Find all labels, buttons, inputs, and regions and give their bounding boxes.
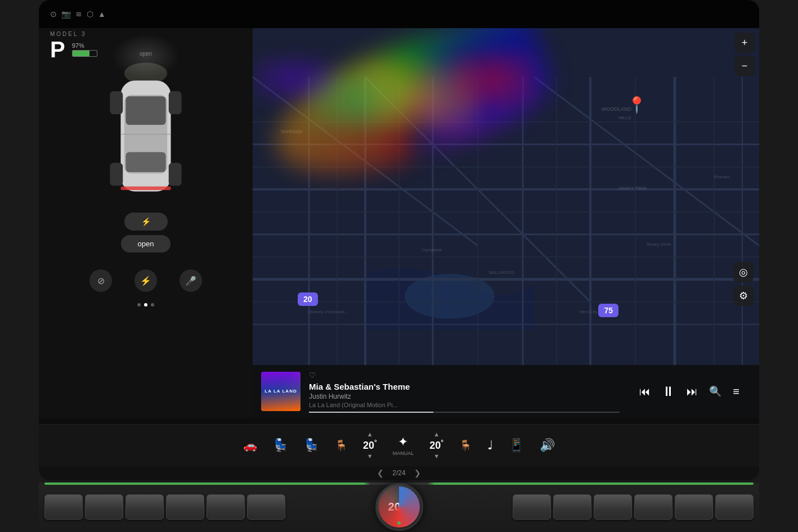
hvac-volume[interactable]: 🔊: [532, 438, 563, 453]
left-button-group: [44, 494, 285, 520]
map-bottom-controls: ◎ ⚙: [733, 262, 754, 306]
fan-label: MANUAL: [393, 450, 414, 456]
hvac-seat-right[interactable]: 🪑: [451, 439, 479, 452]
camera-icon: 📷: [61, 10, 71, 19]
pause-button[interactable]: ⏸: [662, 384, 675, 399]
volume-icon: 🔊: [540, 438, 555, 453]
album-art-text: LA LA LAND: [263, 387, 298, 395]
hvac-music[interactable]: ♩: [479, 438, 501, 453]
phys-btn-7[interactable]: [513, 494, 551, 520]
mic-icon: 🎤: [185, 276, 196, 286]
mic-button[interactable]: 🎤: [180, 269, 202, 292]
page-prev-button[interactable]: ❮: [377, 468, 384, 477]
music-controls: ⏮ ⏸ ⏭ 🔍 ≡: [628, 384, 751, 399]
hvac-fan[interactable]: ✦ MANUAL: [385, 435, 422, 456]
left-panel: open: [39, 28, 253, 418]
gear-indicator: P: [50, 38, 65, 61]
next-icon: ⏭: [687, 385, 698, 398]
phys-btn-10[interactable]: [634, 494, 673, 520]
speed-badge-75: 75: [598, 304, 618, 317]
song-title: Mia & Sebastian's Theme: [309, 382, 620, 391]
hvac-seat-heat-right[interactable]: 💺: [296, 438, 327, 453]
seat-right-icon: 🪑: [459, 439, 472, 452]
phys-btn-4[interactable]: [166, 494, 204, 520]
artist-name: Justin Hurwitz: [309, 393, 620, 400]
phys-btn-6[interactable]: [247, 494, 285, 520]
svg-rect-9: [169, 163, 182, 186]
svg-rect-10: [120, 187, 171, 190]
svg-text:Binary Drive: Binary Drive: [647, 242, 671, 247]
zoom-out-button[interactable]: −: [734, 56, 755, 76]
page-text: 2/24: [392, 469, 405, 477]
page-indicator: ❮ 2/24 ❯: [39, 466, 759, 480]
heart-icon[interactable]: ♡: [309, 371, 620, 380]
heat-purple: [253, 56, 337, 101]
hvac-temp-right: ▲ 20° ▼: [422, 431, 451, 459]
car-display: open: [89, 51, 202, 208]
album-art: LA LA LAND: [261, 372, 301, 411]
dot-2[interactable]: [144, 303, 147, 306]
phys-btn-3[interactable]: [125, 494, 164, 520]
main-content-area: open: [39, 28, 759, 418]
dot-1[interactable]: [137, 303, 141, 306]
no-signal-icon: ⊘: [97, 276, 105, 286]
hvac-seat-heat-left[interactable]: 💺: [265, 438, 296, 453]
no-signal-button[interactable]: ⊘: [89, 269, 112, 292]
battery-fill: [73, 51, 89, 56]
album-name: La La Land (Original Motion Pi...: [309, 402, 620, 408]
svg-rect-6: [110, 91, 123, 114]
svg-text:Downey Crossroads...: Downey Crossroads...: [309, 310, 348, 314]
zoom-in-button[interactable]: +: [734, 33, 755, 53]
search-music-icon: 🔍: [709, 385, 721, 398]
search-music-button[interactable]: 🔍: [709, 385, 721, 398]
phys-btn-12[interactable]: [715, 494, 754, 520]
dots-indicator: [137, 303, 154, 306]
next-button[interactable]: ⏭: [687, 385, 698, 398]
queue-button[interactable]: ≡: [733, 385, 739, 398]
center-knob[interactable]: 20.0: [375, 483, 423, 531]
music-note-icon: ♩: [487, 438, 493, 453]
gear-model-area: MODEL 3 P 97%: [50, 31, 97, 61]
dot-3[interactable]: [151, 303, 154, 306]
bluetooth-icon: ⬡: [87, 10, 93, 19]
flash-button[interactable]: ⚡: [135, 269, 157, 292]
map-settings-button[interactable]: ⚙: [733, 286, 754, 306]
left-icons-row: ⊘ ⚡ 🎤: [89, 269, 202, 292]
progress-fill: [309, 412, 433, 413]
hvac-bar: 🚗 💺 💺 🪑 ▲ 20° ▼: [39, 424, 759, 466]
status-icons: ⊙ 📷 ≋ ⬡ ▲: [50, 10, 106, 19]
progress-bar: [309, 412, 620, 413]
svg-text:Campfield: Campfield: [422, 247, 442, 253]
flash-icon: ⚡: [140, 276, 151, 286]
phone-icon: 📱: [509, 438, 524, 453]
phys-btn-8[interactable]: [553, 494, 591, 520]
car-glow: [112, 34, 180, 79]
map-area[interactable]: Northside WOODLAND HILLS SANDY PARK Bina…: [253, 28, 759, 418]
fan-icon: ✦: [398, 435, 408, 449]
svg-text:Vero City: Vero City: [579, 309, 597, 314]
open-button[interactable]: open: [121, 235, 171, 253]
page-next-button[interactable]: ❯: [414, 468, 421, 477]
phys-btn-5[interactable]: [207, 494, 245, 520]
phys-btn-11[interactable]: [675, 494, 713, 520]
phys-btn-1[interactable]: [44, 494, 83, 520]
hvac-temp-left: ▲ 20° ▼: [355, 431, 385, 459]
seat-heat-right-icon: 💺: [304, 438, 319, 453]
tire-pressure-icon: ⊙: [50, 10, 57, 19]
hvac-phone[interactable]: 📱: [501, 438, 532, 453]
previous-icon: ⏮: [639, 385, 651, 398]
hvac-car[interactable]: 🚗: [235, 439, 265, 452]
hvac-seat-left[interactable]: 🪑: [327, 439, 355, 452]
seat-left-icon: 🪑: [335, 439, 347, 452]
previous-button[interactable]: ⏮: [639, 385, 651, 398]
map-zoom-controls: + −: [734, 33, 755, 76]
phys-btn-9[interactable]: [594, 494, 632, 520]
phys-btn-2[interactable]: [85, 494, 123, 520]
knob-indicator-dot: [397, 521, 401, 525]
svg-rect-8: [110, 163, 123, 186]
location-button[interactable]: ◎: [733, 262, 754, 282]
wifi-icon: ≋: [75, 10, 82, 19]
svg-rect-4: [125, 152, 165, 172]
map-pin: 📍: [627, 96, 647, 114]
hvac-temp-right-value: 20°: [429, 439, 443, 452]
